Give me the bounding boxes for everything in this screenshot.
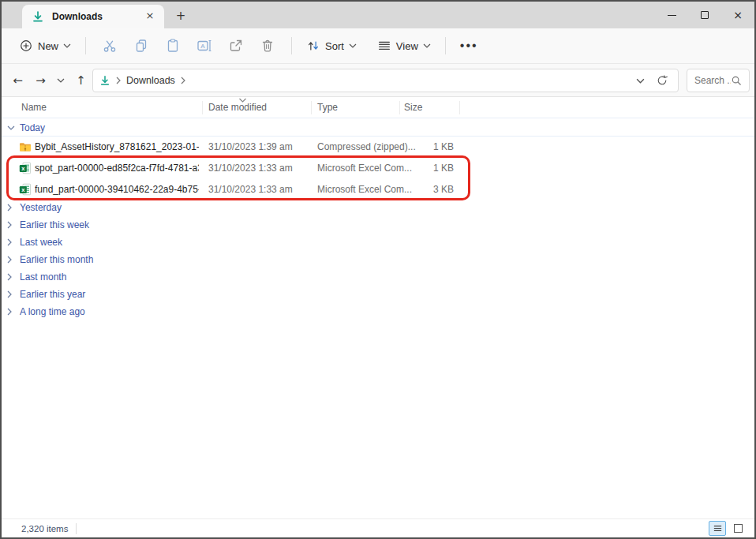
paste-button[interactable] [159, 33, 187, 58]
column-header-type[interactable]: Type [317, 102, 338, 113]
chevron-down-icon [349, 43, 357, 48]
close-icon: × [733, 9, 743, 21]
details-view-icon [713, 523, 723, 533]
chevron-right-icon [7, 273, 18, 281]
chevron-down-icon [7, 125, 18, 130]
column-header-date-modified[interactable]: Date modified [208, 102, 267, 113]
cut-icon [102, 38, 118, 54]
view-button[interactable]: View [371, 35, 437, 57]
up-button[interactable]: ↑ [69, 73, 92, 88]
new-button[interactable]: New [13, 35, 77, 57]
file-type: Microsoft Excel Com... [317, 163, 412, 174]
new-button-label: New [38, 40, 58, 52]
tab-close-button[interactable]: × [144, 10, 156, 23]
chevron-right-icon [7, 256, 18, 264]
tab-downloads[interactable]: Downloads × [22, 5, 164, 28]
view-button-label: View [396, 40, 418, 52]
group-label: Earlier this year [20, 289, 85, 300]
status-divider [76, 523, 77, 534]
file-name: fund_part-00000-39410462-22a9-4b75-afb1-… [35, 184, 199, 195]
details-view-button[interactable] [709, 521, 726, 536]
delete-button[interactable] [253, 33, 282, 58]
large-icons-view-icon [734, 524, 743, 533]
group-header-last-month[interactable]: Last month [2, 268, 754, 286]
chevron-right-icon [7, 290, 18, 298]
downloads-icon [99, 75, 110, 86]
sort-button[interactable]: Sort [300, 35, 363, 57]
address-box[interactable]: Downloads [92, 69, 679, 92]
maximize-icon [701, 11, 709, 19]
delete-icon [260, 38, 275, 54]
maximize-button[interactable] [688, 2, 721, 28]
share-button[interactable] [222, 33, 250, 58]
group-label-today: Today [20, 122, 45, 133]
share-icon [228, 38, 244, 54]
group-label: Earlier this month [20, 254, 93, 265]
file-size: 3 KB [400, 184, 454, 195]
chevron-right-icon [116, 77, 121, 84]
copy-button[interactable] [127, 33, 155, 58]
rename-button[interactable]: A [190, 33, 219, 58]
recent-locations-button[interactable] [52, 78, 69, 83]
chevron-down-icon [57, 78, 65, 83]
search-input[interactable] [694, 75, 731, 86]
group-header-yesterday[interactable]: Yesterday [2, 199, 754, 216]
downloads-icon [32, 10, 44, 23]
group-label: Last month [20, 271, 66, 283]
group-header-today[interactable]: Today [2, 119, 754, 137]
close-button[interactable]: × [721, 2, 754, 28]
column-divider[interactable] [459, 101, 460, 114]
excel-file-icon: x [19, 162, 32, 174]
group-label: Earlier this week [20, 219, 89, 230]
forward-button[interactable]: → [29, 73, 52, 88]
zip-folder-icon [19, 140, 32, 153]
rename-icon: A [196, 38, 212, 54]
search-box[interactable] [687, 69, 750, 92]
group-label: Yesterday [20, 202, 62, 213]
toolbar-divider [445, 37, 446, 54]
column-header-name[interactable]: Name [21, 102, 47, 113]
group-label: A long time ago [20, 306, 85, 317]
column-divider[interactable] [311, 101, 312, 114]
sort-descending-chevron-icon [238, 98, 247, 103]
tab-title: Downloads [52, 11, 144, 22]
group-label: Last week [20, 237, 62, 248]
new-tab-button[interactable]: + [172, 8, 189, 25]
chevron-down-icon [63, 43, 71, 48]
svg-text:A: A [200, 43, 205, 50]
file-row-spot-csv[interactable]: x spot_part-00000-ed85f2ca-f7fd-4781-a3e… [2, 158, 754, 179]
excel-file-icon: x [19, 183, 32, 196]
chevron-right-icon [7, 308, 18, 316]
group-header-a-long-time-ago[interactable]: A long time ago [2, 303, 754, 320]
large-icons-view-button[interactable] [729, 521, 747, 536]
group-header-earlier-this-week[interactable]: Earlier this week [2, 216, 754, 234]
file-size: 1 KB [400, 141, 454, 152]
back-button[interactable]: ← [6, 73, 29, 88]
file-date-modified: 31/10/2023 1:39 am [208, 141, 293, 152]
group-header-earlier-this-year[interactable]: Earlier this year [2, 286, 754, 303]
column-divider[interactable] [399, 101, 400, 114]
toolbar-divider [85, 37, 86, 54]
more-options-button[interactable]: ••• [454, 39, 485, 53]
status-bar: 2,320 items [2, 518, 754, 537]
file-row-bybit-zip[interactable]: Bybit_AssetHistory_8781621_2023-01-01_20… [2, 137, 754, 158]
file-list: Name Date modified Type Size Today [2, 97, 754, 518]
paste-icon [165, 38, 181, 54]
file-name: spot_part-00000-ed85f2ca-f7fd-4781-a3e6-… [35, 163, 199, 174]
items-count: 2,320 items [21, 524, 68, 533]
group-header-last-week[interactable]: Last week [2, 234, 754, 251]
refresh-icon[interactable] [656, 74, 668, 87]
address-dropdown-chevron-icon[interactable] [636, 78, 645, 84]
chevron-right-icon [7, 204, 18, 211]
column-divider[interactable] [202, 101, 203, 114]
command-toolbar: New A [2, 28, 754, 64]
copy-icon [133, 38, 149, 54]
group-header-earlier-this-month[interactable]: Earlier this month [2, 251, 754, 268]
minimize-button[interactable] [655, 2, 688, 28]
column-header-size[interactable]: Size [404, 102, 422, 113]
breadcrumb-item-downloads[interactable]: Downloads [126, 75, 175, 86]
minimize-icon [668, 15, 676, 16]
file-row-fund-csv[interactable]: x fund_part-00000-39410462-22a9-4b75-afb… [2, 179, 754, 200]
cut-button[interactable] [95, 33, 124, 58]
title-bar: Downloads × + × [2, 2, 754, 28]
